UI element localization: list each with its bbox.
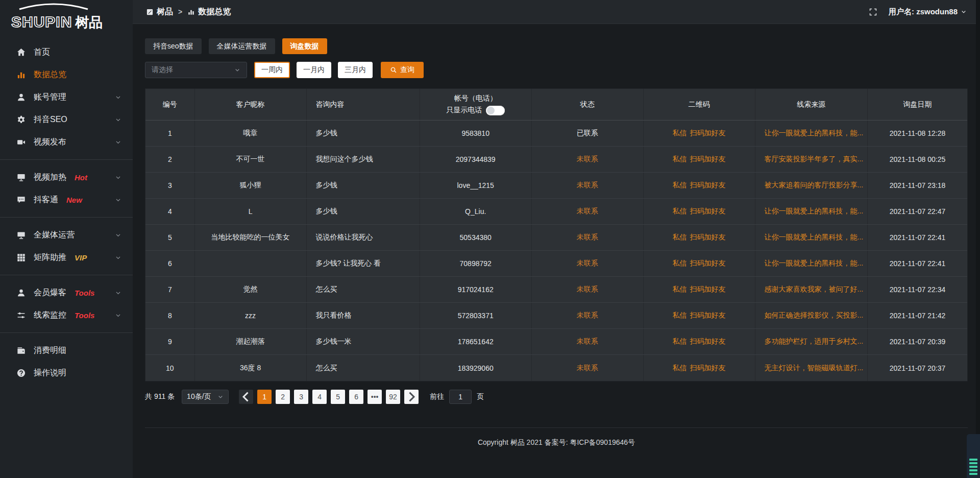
- source-link[interactable]: 多功能护栏灯，适用于乡村文...: [765, 337, 864, 346]
- logo[interactable]: SHUPIN树品: [0, 0, 133, 32]
- sidebar-item-question[interactable]: 操作说明: [0, 362, 133, 384]
- sidebar-item-home[interactable]: 首页: [0, 41, 133, 63]
- fullscreen-icon[interactable]: [869, 8, 877, 16]
- qr-action-link[interactable]: 私信: [673, 181, 687, 190]
- filter-select[interactable]: 请选择: [145, 62, 247, 78]
- topbar: 树品 > 数据总览 用户名: zswodun88: [133, 0, 980, 24]
- sidebar-divider: [0, 275, 133, 275]
- phone-only-toggle[interactable]: [486, 106, 505, 115]
- table-body: 1哦章多少钱9583810已联系私信扫码加好友让你一眼就爱上的黑科技，能...2…: [145, 121, 967, 381]
- page-ellipsis-button[interactable]: •••: [368, 390, 382, 404]
- user-menu[interactable]: 用户名: zswodun88: [889, 7, 967, 17]
- page-button[interactable]: 2: [276, 390, 290, 404]
- qr-action-link[interactable]: 扫码加好友: [690, 364, 726, 373]
- sidebar-item-video-upload[interactable]: 视频发布: [0, 131, 133, 153]
- source-link[interactable]: 如何正确选择投影仪，买投影...: [765, 311, 864, 320]
- chevron-down-icon: [115, 116, 121, 123]
- range-buttons: 一周内一月内三月内: [254, 62, 373, 78]
- qr-action-link[interactable]: 私信: [673, 337, 687, 346]
- sidebar-item-user-solid[interactable]: 会员爆客Tools: [0, 281, 133, 304]
- source-link[interactable]: 客厅安装投影半年多了，真实...: [765, 155, 864, 164]
- total-count: 共 911 条: [145, 392, 175, 401]
- table-row: 9潮起潮落多少钱一米178651642未联系私信扫码加好友多功能护栏灯，适用于乡…: [145, 329, 967, 355]
- page-size-select[interactable]: 10条/页: [182, 390, 229, 404]
- range-button[interactable]: 一月内: [297, 62, 331, 78]
- corner-widget[interactable]: [967, 434, 980, 478]
- tab-button[interactable]: 全媒体运营数据: [209, 38, 275, 54]
- sidebar-item-bar-chart[interactable]: 数据总览: [0, 63, 133, 86]
- breadcrumb-item-page[interactable]: 数据总览: [187, 7, 231, 17]
- status-badge: 未联系: [577, 181, 598, 190]
- page-button[interactable]: 92: [386, 390, 400, 404]
- qr-action-link[interactable]: 私信: [673, 129, 687, 138]
- page-button[interactable]: 1: [257, 390, 272, 404]
- app-icon: [146, 8, 154, 16]
- page-button[interactable]: 6: [349, 390, 363, 404]
- breadcrumb-item-app[interactable]: 树品: [146, 7, 173, 17]
- sidebar-item-label: 矩阵助推: [34, 252, 66, 263]
- qr-action-link[interactable]: 扫码加好友: [690, 233, 726, 242]
- qr-action-link[interactable]: 扫码加好友: [690, 181, 726, 190]
- page-button[interactable]: 5: [331, 390, 345, 404]
- sidebar-item-grid[interactable]: 矩阵助推VIP: [0, 246, 133, 269]
- qr-action-link[interactable]: 私信: [673, 207, 687, 216]
- qr-action-link[interactable]: 扫码加好友: [690, 285, 726, 294]
- qr-action-link[interactable]: 扫码加好友: [690, 337, 726, 346]
- sidebar-item-label: 消费明细: [34, 345, 66, 356]
- source-link[interactable]: 感谢大家喜欢我家，被问了好...: [765, 285, 864, 294]
- sidebar-divider: [0, 159, 133, 160]
- status-badge: 未联系: [577, 364, 598, 373]
- tab-button[interactable]: 抖音seo数据: [145, 38, 202, 54]
- source-link[interactable]: 让你一眼就爱上的黑科技，能...: [765, 259, 864, 268]
- goto-page-input[interactable]: [449, 390, 472, 404]
- source-link[interactable]: 让你一眼就爱上的黑科技，能...: [765, 233, 864, 242]
- range-button[interactable]: 一周内: [254, 62, 290, 78]
- chat-icon: [16, 195, 26, 205]
- sidebar-item-wallet[interactable]: 消费明细: [0, 339, 133, 362]
- source-link[interactable]: 被大家追着问的客厅投影分享...: [765, 181, 864, 190]
- qr-action-link[interactable]: 扫码加好友: [690, 155, 726, 164]
- qr-links: 私信扫码加好友: [673, 311, 726, 320]
- qr-action-link[interactable]: 扫码加好友: [690, 129, 726, 138]
- qr-action-link[interactable]: 私信: [673, 155, 687, 164]
- qr-action-link[interactable]: 私信: [673, 259, 687, 268]
- sidebar-item-screen-heat[interactable]: 视频加热Hot: [0, 166, 133, 188]
- source-link[interactable]: 让你一眼就爱上的黑科技，能...: [765, 207, 864, 216]
- qr-action-link[interactable]: 私信: [673, 364, 687, 373]
- qr-action-link[interactable]: 扫码加好友: [690, 259, 726, 268]
- cell-source: 客厅安装投影半年多了，真实...: [755, 147, 868, 172]
- cell-id: 8: [145, 303, 195, 328]
- cell-qrcode: 私信扫码加好友: [644, 303, 755, 328]
- sliders-icon: [16, 310, 26, 320]
- qr-action-link[interactable]: 扫码加好友: [690, 207, 726, 216]
- qr-action-link[interactable]: 扫码加好友: [690, 311, 726, 320]
- source-link[interactable]: 无主灯设计，智能磁吸轨道灯...: [765, 364, 864, 373]
- page-button[interactable]: 4: [312, 390, 327, 404]
- cell-nickname: 潮起潮落: [195, 329, 307, 354]
- sidebar-item-badge: New: [66, 196, 82, 204]
- source-link[interactable]: 让你一眼就爱上的黑科技，能...: [765, 129, 864, 138]
- cell-date: 2021-11-07 22:41: [868, 225, 967, 250]
- range-button[interactable]: 三月内: [338, 62, 373, 78]
- cell-status: 未联系: [532, 173, 644, 198]
- sidebar-item-sliders[interactable]: 线索监控Tools: [0, 304, 133, 326]
- tab-button[interactable]: 询盘数据: [282, 38, 327, 54]
- column-header-id: 编号: [145, 89, 195, 120]
- page-buttons: 123456•••92: [257, 390, 404, 404]
- breadcrumb-page-label: 数据总览: [198, 7, 231, 17]
- prev-page-button[interactable]: [239, 390, 253, 404]
- query-button[interactable]: 查询: [381, 62, 424, 78]
- qr-action-link[interactable]: 私信: [673, 311, 687, 320]
- sidebar-item-gear[interactable]: 抖音SEO: [0, 108, 133, 131]
- sidebar-item-chat[interactable]: 抖客通New: [0, 188, 133, 211]
- qr-action-link[interactable]: 私信: [673, 233, 687, 242]
- sidebar-item-label: 线索监控: [34, 310, 66, 321]
- scrollbar[interactable]: [976, 0, 980, 478]
- sidebar-item-user[interactable]: 账号管理: [0, 86, 133, 108]
- cell-source: 被大家追着问的客厅投影分享...: [755, 173, 868, 198]
- next-page-button[interactable]: [404, 390, 419, 404]
- qr-action-link[interactable]: 私信: [673, 285, 687, 294]
- sidebar-item-monitor[interactable]: 全媒体运营: [0, 224, 133, 246]
- corner-widget-bar: [969, 466, 977, 468]
- page-button[interactable]: 3: [294, 390, 308, 404]
